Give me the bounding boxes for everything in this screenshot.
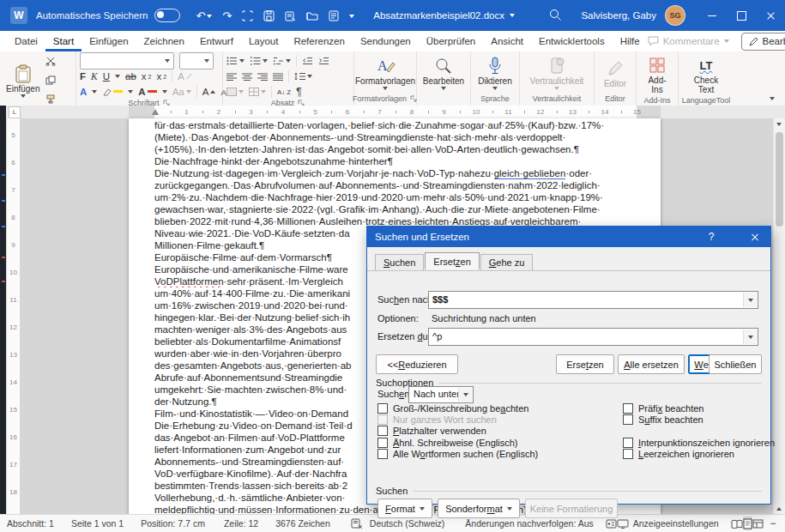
read-mode-icon[interactable] bbox=[242, 10, 253, 21]
text-line[interactable]: für·das·erstmals·detaillierte·Daten·vorl… bbox=[154, 119, 642, 131]
maximize-button[interactable] bbox=[727, 0, 756, 31]
underline-button[interactable]: U bbox=[103, 71, 110, 82]
checkbox-box[interactable] bbox=[377, 449, 388, 459]
checkbox-platzhalter-verwenden[interactable]: Platzhalter verwenden bbox=[377, 426, 618, 437]
align-center-button[interactable] bbox=[242, 69, 252, 84]
tab-entwurf[interactable]: Entwurf bbox=[192, 31, 241, 51]
document-icon[interactable] bbox=[329, 10, 339, 21]
scrollbar-thumb[interactable] bbox=[776, 132, 783, 227]
checkbox-präfix-beachten[interactable]: Präfix beachten bbox=[623, 402, 785, 414]
align-right-button[interactable] bbox=[257, 69, 268, 84]
section-indicator[interactable]: Abschnitt: 1 bbox=[7, 518, 54, 529]
tab-datei[interactable]: Datei bbox=[7, 31, 45, 51]
tab-sendungen[interactable]: Sendungen bbox=[353, 31, 419, 51]
text-effects-button[interactable]: A bbox=[80, 87, 87, 97]
strikethrough-button[interactable]: ab bbox=[125, 71, 136, 82]
check-text-button[interactable]: LT Check Text bbox=[686, 54, 726, 95]
page-indicator[interactable]: Seite 1 von 1 bbox=[71, 518, 124, 529]
checkbox-gro-kleinschreibung-beachten[interactable]: Groß-/Kleinschreibung beachten bbox=[377, 402, 618, 414]
checkbox-ähnl-schreibweise-englisch-[interactable]: Ähnl. Schreibweise (Englisch) bbox=[377, 437, 618, 448]
read-mode-view-icon[interactable] bbox=[731, 517, 743, 530]
copy-icon[interactable] bbox=[45, 73, 56, 88]
change-case-button[interactable]: Aa bbox=[172, 87, 191, 97]
line-spacing-button[interactable] bbox=[294, 72, 312, 81]
checkbox-box[interactable] bbox=[377, 426, 388, 436]
track-changes-indicator[interactable]: Änderungen nachverfolgen: Aus bbox=[465, 518, 593, 529]
align-left-button[interactable] bbox=[226, 69, 237, 84]
tab-start[interactable]: Start bbox=[45, 31, 82, 51]
editing-button[interactable]: Bearbeiten bbox=[420, 55, 467, 91]
undo-icon[interactable]: ↶ bbox=[196, 10, 212, 21]
close-dialog-button[interactable]: Schließen bbox=[709, 354, 762, 374]
tab-referenzen[interactable]: Referenzen bbox=[286, 31, 352, 51]
checkbox-alle-wortformen-suchen-englisch-[interactable]: Alle Wortformen suchen (Englisch) bbox=[377, 449, 618, 460]
position-indicator[interactable]: Position: 7.7 cm bbox=[141, 518, 205, 529]
bullets-button[interactable] bbox=[226, 57, 245, 65]
language-indicator[interactable]: Deutsch (Schweiz) bbox=[370, 518, 445, 529]
checkbox-box[interactable] bbox=[377, 438, 388, 448]
format-button[interactable]: Format bbox=[377, 499, 432, 518]
display-settings-label[interactable]: Anzeigeeinstellungen bbox=[633, 518, 719, 529]
save-icon[interactable] bbox=[263, 10, 275, 21]
decrease-indent-button[interactable] bbox=[302, 53, 313, 69]
word-app-icon[interactable]: W bbox=[10, 7, 27, 24]
text-line[interactable]: Die·Nachfrage·hinkt·der·Angebotszunahme·… bbox=[154, 155, 642, 167]
redo-icon[interactable]: ↷ bbox=[222, 10, 232, 21]
checkbox-box[interactable] bbox=[377, 403, 388, 414]
replace-with-combo[interactable]: ^p bbox=[428, 328, 758, 346]
autosave-control[interactable]: Automatisches Speichern bbox=[36, 9, 180, 22]
reduce-button[interactable]: << Reduzieren bbox=[376, 354, 458, 374]
font-size-combo[interactable] bbox=[179, 52, 214, 70]
font-color-arrow[interactable] bbox=[162, 90, 167, 94]
dialog-help-icon[interactable]: ? bbox=[700, 227, 722, 247]
text-effects-arrow[interactable] bbox=[92, 90, 97, 94]
autosave-toggle-off[interactable] bbox=[154, 9, 180, 22]
font-name-combo[interactable] bbox=[80, 52, 174, 70]
indent-marker[interactable] bbox=[152, 109, 159, 115]
dialog-title-bar[interactable]: Suchen und Ersetzen ? bbox=[367, 227, 770, 247]
checkbox-suffix-beachten[interactable]: Suffix beachten bbox=[623, 414, 785, 425]
underline-arrow[interactable] bbox=[115, 75, 120, 78]
quick-print-icon[interactable] bbox=[285, 10, 296, 21]
qat-more-icon[interactable] bbox=[349, 10, 354, 21]
checkbox-box[interactable] bbox=[623, 403, 633, 414]
text-line[interactable]: (+105%).·In·den·letzten·Jahren·ist·das·A… bbox=[154, 143, 642, 155]
show-formatting-marks-button[interactable]: ¶ bbox=[296, 86, 301, 98]
tab-entwicklertools[interactable]: Entwicklertools bbox=[531, 31, 613, 51]
vertical-ruler[interactable]: 5678910111213141516171819 bbox=[7, 118, 20, 515]
char-count[interactable]: 3676 Zeichen bbox=[275, 518, 330, 529]
subscript-button[interactable]: x2 bbox=[142, 71, 152, 82]
search-icon[interactable] bbox=[549, 9, 562, 23]
zoom-out-button[interactable]: − bbox=[770, 517, 776, 529]
text-line[interactable]: um·2%·zu.·Nachdem·die·Nachfrage·hier·201… bbox=[154, 191, 642, 203]
collapse-ribbon-icon[interactable] bbox=[770, 97, 775, 100]
editing-mode-button[interactable]: Bearbeitung bbox=[741, 33, 785, 51]
checkbox-box[interactable] bbox=[623, 414, 633, 425]
dialog-tab-ersetzen[interactable]: Ersetzen bbox=[425, 252, 479, 269]
numbering-button[interactable] bbox=[250, 57, 268, 65]
paste-button[interactable]: Einfügen bbox=[3, 63, 42, 99]
horizontal-ruler[interactable]: L 123456789101112131415 bbox=[6, 106, 785, 118]
comments-button[interactable]: Kommentare bbox=[648, 36, 729, 46]
italic-button[interactable]: K bbox=[91, 71, 98, 82]
user-avatar[interactable]: SG bbox=[665, 5, 685, 26]
superscript-button[interactable]: x2 bbox=[156, 71, 166, 82]
open-icon[interactable] bbox=[306, 10, 318, 21]
grow-font-button[interactable]: A bbox=[202, 87, 216, 97]
web-layout-view-icon[interactable] bbox=[752, 517, 764, 530]
replace-all-button[interactable]: Alle ersetzen bbox=[618, 354, 685, 374]
search-combo-arrow[interactable] bbox=[743, 293, 757, 307]
tab-ansicht[interactable]: Ansicht bbox=[483, 31, 531, 51]
dialog-tab-suchen[interactable]: Suchen bbox=[375, 254, 424, 270]
text-line[interactable]: gewachsen·war,·stagnierte·sie·2022·(vgl.… bbox=[154, 203, 642, 215]
dialog-tab-gehe-zu[interactable]: Gehe zu bbox=[480, 254, 534, 270]
direction-select-arrow[interactable] bbox=[458, 388, 472, 402]
tab-einfügen[interactable]: Einfügen bbox=[82, 31, 136, 51]
cut-icon[interactable] bbox=[45, 54, 56, 70]
styles-button[interactable]: A Formatvorlagen bbox=[353, 55, 418, 91]
replace-button[interactable]: Ersetzen bbox=[556, 354, 614, 374]
dialog-close-icon[interactable] bbox=[741, 227, 767, 247]
text-line[interactable]: zurückgegangen.·Das·Abrufvolumen·auf·Abo… bbox=[154, 179, 642, 191]
multilevel-list-button[interactable] bbox=[273, 57, 291, 65]
shading-button[interactable] bbox=[226, 88, 244, 96]
